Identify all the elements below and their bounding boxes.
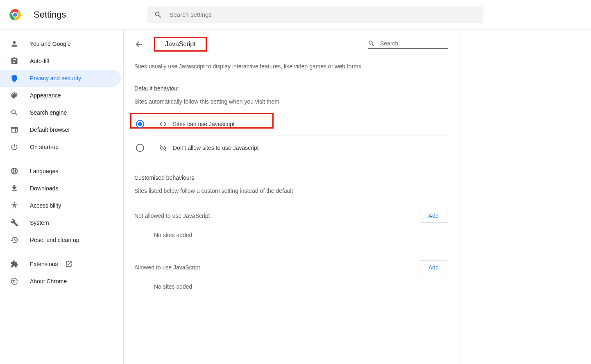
sidebar-item-label: Reset and clean up: [30, 237, 79, 243]
radio-unselected-icon: [136, 144, 144, 152]
palette-icon: [10, 91, 18, 99]
content-card: JavaScript Sites usually use Javascript …: [123, 29, 459, 364]
radio-label: Don't allow sites to use Javascript: [173, 145, 259, 151]
add-not-allowed-button[interactable]: Add: [419, 209, 448, 223]
download-icon: [10, 184, 18, 192]
allowed-label: Allowed to use JavaScript: [134, 264, 200, 271]
radio-sites-can-use-js[interactable]: Sites can use Javascript: [152, 112, 448, 136]
app-header: Settings: [0, 0, 591, 29]
accessibility-icon: [10, 201, 18, 210]
sidebar-item-label: Extensions: [30, 261, 58, 267]
page-header: JavaScript: [134, 36, 448, 52]
sidebar-item-reset[interactable]: Reset and clean up: [0, 231, 121, 249]
global-search[interactable]: [147, 7, 483, 23]
sidebar-item-label: Languages: [30, 168, 58, 174]
add-allowed-button[interactable]: Add: [419, 260, 448, 274]
puzzle-icon: [10, 260, 18, 268]
code-icon: [159, 120, 167, 128]
section-search-input[interactable]: [380, 40, 452, 47]
search-icon: [368, 40, 375, 47]
sidebar-item-label: System: [30, 219, 49, 226]
sidebar-divider: [0, 159, 123, 159]
code-off-icon: [159, 144, 167, 152]
sidebar-item-label: Search engine: [30, 109, 67, 116]
sidebar-item-system[interactable]: System: [0, 214, 121, 231]
default-behaviour-header: Default behaviour: [134, 85, 448, 92]
sidebar-item-languages[interactable]: Languages: [0, 163, 121, 180]
sidebar-item-label: About Chrome: [30, 278, 67, 285]
sidebar-item-default-browser[interactable]: Default browser: [0, 121, 121, 138]
external-link-icon: [65, 260, 72, 268]
allowed-empty: No sites added: [154, 283, 448, 290]
page-description: Sites usually use Javascript to display …: [134, 63, 448, 70]
sidebar-item-search-engine[interactable]: Search engine: [0, 104, 121, 121]
back-button[interactable]: [134, 36, 151, 52]
sidebar-item-label: Privacy and security: [30, 75, 81, 81]
custom-behaviours-sub: Sites listed below follow a custom setti…: [134, 188, 448, 194]
browser-icon: [10, 126, 18, 134]
sidebar-item-label: Downloads: [30, 185, 58, 192]
sidebar: You and Google Auto-fill Privacy and sec…: [0, 29, 123, 364]
not-allowed-empty: No sites added: [154, 232, 448, 238]
sidebar-item-downloads[interactable]: Downloads: [0, 180, 121, 197]
sidebar-divider: [0, 252, 123, 252]
chrome-logo-icon: [9, 9, 21, 21]
svg-point-1: [13, 13, 17, 17]
sidebar-item-you-and-google[interactable]: You and Google: [0, 35, 121, 52]
chrome-outline-icon: [10, 277, 18, 285]
sidebar-item-about[interactable]: About Chrome: [0, 273, 121, 290]
page-title-highlight: JavaScript: [154, 37, 207, 52]
globe-icon: [10, 167, 18, 175]
sidebar-item-extensions[interactable]: Extensions: [0, 255, 121, 273]
sidebar-item-appearance[interactable]: Appearance: [0, 87, 121, 104]
sidebar-item-label: You and Google: [30, 41, 71, 47]
person-icon: [10, 40, 18, 48]
power-icon: [10, 143, 18, 151]
default-behaviour-sub: Sites automatically follow this setting …: [134, 98, 448, 105]
global-search-input[interactable]: [170, 11, 477, 18]
sidebar-item-label: On start-up: [30, 144, 59, 150]
custom-behaviours-header: Customised behaviours: [134, 174, 448, 181]
allowed-row: Allowed to use JavaScript Add: [134, 260, 448, 274]
search-icon: [154, 11, 162, 19]
sidebar-item-privacy[interactable]: Privacy and security: [0, 70, 121, 87]
sidebar-item-startup[interactable]: On start-up: [0, 138, 121, 156]
main-area: JavaScript Sites usually use Javascript …: [123, 29, 591, 364]
sidebar-item-label: Auto-fill: [30, 58, 49, 64]
app-title: Settings: [34, 9, 66, 20]
search-icon: [10, 109, 18, 117]
sidebar-item-label: Default browser: [30, 127, 70, 133]
section-search[interactable]: [368, 40, 448, 49]
wrench-icon: [10, 219, 18, 227]
sidebar-item-label: Appearance: [30, 92, 61, 99]
radio-dont-allow-js[interactable]: Don't allow sites to use Javascript: [152, 136, 448, 160]
radio-selected-icon: [136, 120, 144, 128]
sidebar-item-accessibility[interactable]: Accessibility: [0, 197, 121, 214]
page-title: JavaScript: [165, 41, 196, 47]
restore-icon: [10, 236, 18, 244]
sidebar-item-autofill[interactable]: Auto-fill: [0, 52, 121, 70]
sidebar-item-label: Accessibility: [30, 202, 61, 209]
clipboard-icon: [10, 57, 18, 65]
shield-icon: [10, 74, 18, 82]
not-allowed-row: Not allowed to use JavaScript Add: [134, 209, 448, 223]
radio-label: Sites can use Javascript: [173, 121, 235, 127]
not-allowed-label: Not allowed to use JavaScript: [134, 213, 210, 219]
